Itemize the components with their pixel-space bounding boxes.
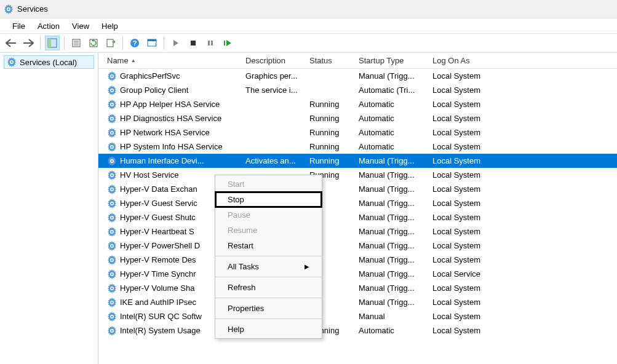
service-name: Group Policy Client [120, 85, 188, 95]
toolbar-separator [64, 36, 65, 50]
menu-file[interactable]: File [6, 20, 31, 33]
service-row[interactable]: Human Interface Devi...Activates an...Ru… [98, 154, 617, 168]
restart-service-button[interactable] [220, 36, 235, 50]
gear-icon [107, 114, 117, 124]
menu-help[interactable]: Help [95, 20, 124, 33]
menu-action[interactable]: Action [31, 20, 66, 33]
manage-button[interactable] [145, 36, 159, 50]
play-icon [172, 39, 180, 47]
properties-button[interactable] [69, 36, 84, 50]
sidebar-item-services-local[interactable]: Services (Local) [4, 55, 94, 69]
export-list-button[interactable] [103, 36, 118, 50]
svg-rect-15 [208, 41, 210, 46]
refresh-icon [89, 38, 98, 48]
sidebar: Services (Local) [0, 53, 98, 364]
ctx-all-tasks-label: All Tasks [228, 262, 259, 271]
service-row[interactable]: GraphicsPerfSvcGraphics per...Manual (Tr… [98, 69, 617, 83]
cell-logon: Local System [428, 85, 495, 95]
svg-rect-16 [211, 41, 213, 46]
help-button[interactable]: ? [127, 36, 142, 50]
back-button[interactable] [4, 36, 18, 50]
service-rows[interactable]: GraphicsPerfSvcGraphics per...Manual (Tr… [98, 69, 617, 364]
service-row[interactable]: Group Policy ClientThe service i...Autom… [98, 83, 617, 97]
cell-logon: Local System [428, 100, 495, 109]
stop-icon [189, 39, 197, 47]
cell-status: Running [305, 100, 354, 109]
cell-startup: Manual (Trigg... [354, 241, 428, 250]
service-row[interactable]: Hyper-V Data ExchanManual (Trigg...Local… [98, 182, 617, 196]
gear-icon [107, 85, 117, 95]
service-row[interactable]: HP Network HSA ServiceRunningAutomaticLo… [98, 125, 617, 140]
gear-icon [107, 255, 117, 265]
gear-icon [107, 100, 117, 109]
cell-startup: Manual (Trigg... [354, 269, 428, 279]
ctx-all-tasks[interactable]: All Tasks ▶ [215, 259, 322, 274]
gear-icon [107, 184, 117, 194]
svg-rect-3 [48, 39, 51, 47]
service-row[interactable]: Hyper-V Heartbeat SManual (Trigg...Local… [98, 224, 617, 239]
column-header-label: Name [107, 56, 129, 65]
stop-service-button[interactable] [186, 36, 201, 50]
cell-logon: Local System [428, 283, 495, 293]
sort-ascending-icon: ▲ [131, 58, 136, 63]
gear-icon [107, 298, 117, 307]
service-row[interactable]: Hyper-V PowerShell DManual (Trigg...Loca… [98, 239, 617, 253]
gear-icon [107, 199, 117, 208]
column-header-startup[interactable]: Startup Type [354, 53, 428, 68]
ctx-properties[interactable]: Properties [215, 301, 322, 316]
cell-name: HP System Info HSA Service [102, 142, 241, 152]
ctx-help[interactable]: Help [215, 322, 322, 337]
service-row[interactable]: Hyper-V Time SynchrManual (Trigg...Local… [98, 267, 617, 281]
column-header-logon[interactable]: Log On As [428, 53, 495, 68]
ctx-refresh[interactable]: Refresh [215, 280, 322, 295]
service-row[interactable]: Hyper-V Guest ServicManual (Trigg...Loca… [98, 196, 617, 210]
service-row[interactable]: HP System Info HSA ServiceRunningAutomat… [98, 140, 617, 154]
menu-view[interactable]: View [66, 20, 95, 33]
service-name: GraphicsPerfSvc [120, 71, 180, 81]
ctx-separator [215, 318, 322, 319]
cell-status: Running [305, 114, 354, 123]
column-header-name[interactable]: Name ▲ [102, 53, 241, 68]
pause-icon [207, 39, 214, 47]
service-row[interactable]: Hyper-V Guest ShutcManual (Trigg...Local… [98, 210, 617, 224]
cell-desc: Graphics per... [241, 71, 305, 81]
menubar: File Action View Help [0, 18, 617, 33]
service-row[interactable]: HP App Helper HSA ServiceRunningAutomati… [98, 97, 617, 111]
gear-icon [107, 326, 117, 336]
service-name: Hyper-V Remote Des [120, 255, 196, 264]
show-hide-tree-button[interactable] [45, 36, 60, 50]
start-service-button[interactable] [169, 36, 183, 50]
ctx-stop[interactable]: Stop [215, 192, 322, 207]
cell-startup: Manual (Trigg... [354, 184, 428, 194]
properties-icon [71, 38, 81, 48]
cell-logon: Local System [428, 213, 495, 222]
cell-logon: Local System [428, 71, 495, 81]
ctx-pause: Pause [215, 207, 322, 223]
pause-service-button[interactable] [203, 36, 218, 50]
service-row[interactable]: HP Diagnostics HSA ServiceRunningAutomat… [98, 111, 617, 125]
cell-startup: Manual (Trigg... [354, 298, 428, 307]
gear-icon [107, 128, 117, 138]
toolbar: ? [0, 33, 617, 53]
service-row[interactable]: Intel(R) SUR QC SoftwManualLocal System [98, 309, 617, 323]
refresh-button[interactable] [86, 36, 101, 50]
column-header-status[interactable]: Status [305, 53, 354, 68]
cell-startup: Manual (Trigg... [354, 71, 428, 81]
column-header-description[interactable]: Description [241, 53, 305, 68]
service-row[interactable]: Intel(R) System UsageRunningAutomaticLoc… [98, 323, 617, 338]
svg-rect-9 [107, 39, 113, 47]
service-row[interactable]: IKE and AuthIP IPsecManual (Trigg...Loca… [98, 295, 617, 309]
gear-icon [107, 213, 117, 223]
gear-icon [107, 241, 117, 251]
service-row[interactable]: Hyper-V Volume ShaManual (Trigg...Local … [98, 281, 617, 295]
cell-desc: The service i... [241, 85, 305, 95]
forward-button[interactable] [21, 36, 36, 50]
service-name: Hyper-V PowerShell D [120, 241, 200, 250]
service-row[interactable]: Hyper-V Remote DesManual (Trigg...Local … [98, 253, 617, 267]
gear-icon [107, 170, 117, 180]
service-row[interactable]: HV Host ServiceRunningManual (Trigg...Lo… [98, 168, 617, 182]
ctx-restart[interactable]: Restart [215, 238, 322, 253]
cell-logon: Local System [428, 128, 495, 137]
console-icon [147, 38, 157, 48]
help-icon: ? [130, 38, 140, 48]
